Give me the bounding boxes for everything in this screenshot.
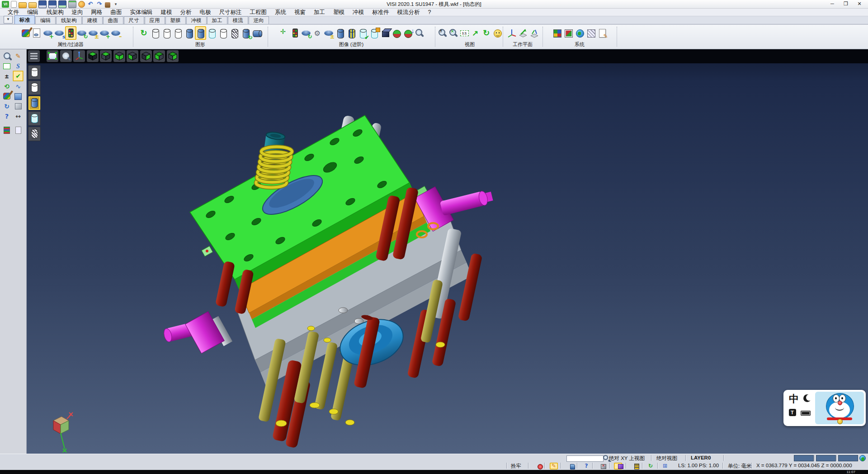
menu-item-system[interactable]: 系统 (271, 9, 290, 16)
sphere-arrow-icon[interactable] (402, 26, 414, 40)
zoom-in-out-icon[interactable] (437, 26, 448, 40)
menu-item-flow-analysis[interactable]: 模流分析 (393, 9, 424, 16)
zoom-plus-minus-icon[interactable]: ± (2, 71, 11, 81)
tab-edit[interactable]: 编辑 (35, 16, 56, 24)
window-blue-icon[interactable] (14, 92, 23, 101)
tab-dimension[interactable]: 尺寸 (124, 16, 144, 24)
cylinder-hidden-icon[interactable] (217, 26, 229, 40)
cylinder-shaded-icon[interactable] (184, 26, 195, 40)
grid-red-green-icon[interactable] (563, 26, 574, 40)
keyboard-icon[interactable] (801, 411, 811, 416)
cylinder-striped-icon[interactable] (346, 26, 357, 40)
search-icon[interactable] (601, 455, 609, 461)
tab-application[interactable]: 应用 (145, 16, 165, 24)
zoom-window-icon[interactable] (2, 62, 11, 71)
menu-item-modeling[interactable]: 建模 (157, 9, 176, 16)
view-reference-label[interactable]: 绝对 XY 上视图 (609, 455, 645, 462)
spline-pencil-icon[interactable]: S (14, 62, 23, 71)
zoom-filter-icon[interactable] (414, 26, 425, 40)
layer-indicator[interactable]: LAYER0 (691, 455, 711, 460)
cube-shaded-icon[interactable] (380, 26, 391, 40)
globe-system-icon[interactable] (574, 26, 585, 40)
tab-stamping[interactable]: 冲模 (186, 16, 207, 24)
cube-axes-icon[interactable]: ✕ (597, 463, 605, 469)
tool-icon[interactable] (789, 409, 796, 416)
page-eye-icon[interactable] (31, 26, 42, 40)
vector-arrow-icon[interactable] (470, 26, 481, 40)
color-swatch-2[interactable] (816, 455, 836, 461)
cylinder-horizontal-icon[interactable] (251, 26, 263, 40)
eye-refresh-icon[interactable] (76, 26, 88, 40)
search-input[interactable] (566, 455, 604, 462)
cylinder-wireframe-icon[interactable] (150, 26, 161, 40)
menu-item-analysis[interactable]: 分析 (176, 9, 196, 16)
select-move-icon[interactable] (278, 26, 289, 40)
menu-item-wireframe[interactable]: 线架构 (42, 9, 68, 16)
confirm-check-icon[interactable]: ✔ (14, 71, 23, 81)
refresh-view-icon[interactable] (138, 26, 150, 40)
menu-item-mold[interactable]: 塑模 (329, 9, 349, 16)
cylinder-transparent-icon[interactable] (206, 26, 217, 40)
menu-item-dimension[interactable]: 尺寸标注 (215, 9, 246, 16)
menu-item-drawing[interactable]: 工程图 (246, 9, 271, 16)
eye-plus-minus-icon[interactable] (88, 26, 99, 40)
erase-pencil-icon[interactable]: ✎ (14, 52, 23, 61)
menu-item-standard-parts[interactable]: 标准件 (368, 9, 393, 16)
workplane-align-icon[interactable] (528, 26, 540, 40)
graphics-viewport[interactable]: 中 (26, 49, 868, 454)
cube-gray-icon[interactable] (14, 102, 23, 111)
color-grid-icon[interactable] (552, 26, 563, 40)
record-red-icon[interactable] (533, 463, 542, 469)
cylinder-shaded-edges-icon[interactable] (195, 26, 206, 40)
menu-item-surface[interactable]: 曲面 (107, 9, 126, 16)
workplane-axis-icon[interactable] (506, 26, 517, 40)
tab-machining[interactable]: 加工 (207, 16, 227, 24)
eye-recycle-icon[interactable] (301, 26, 312, 40)
snap-pencil-icon[interactable]: ✎ (550, 463, 558, 469)
traffic-light-advanced-icon[interactable] (289, 26, 301, 40)
menu-item-edit[interactable]: 编辑 (23, 9, 42, 16)
menu-item-machining[interactable]: 加工 (310, 9, 329, 16)
color-swatch-3[interactable] (838, 455, 858, 461)
measure-distance-icon[interactable]: ↔ (14, 112, 23, 121)
workplane-move-icon[interactable] (517, 26, 528, 40)
eye-hide-icon[interactable] (110, 26, 122, 40)
cylinder-refresh-icon[interactable] (240, 26, 251, 40)
menu-item-window[interactable]: 视窗 (290, 9, 310, 16)
tab-surface[interactable]: 曲面 (103, 16, 123, 24)
moon-icon[interactable] (803, 394, 811, 402)
eye-show-icon[interactable] (99, 26, 110, 40)
rotate-view-icon[interactable] (481, 26, 491, 40)
sphere-dual-icon[interactable] (391, 26, 402, 40)
cylinder-ghost-icon[interactable] (172, 26, 184, 40)
view-orbit-icon[interactable]: ⟲ (2, 82, 11, 91)
tab-modeling[interactable]: 建模 (82, 16, 103, 24)
ink-fill-icon[interactable] (566, 463, 574, 469)
close-button[interactable]: ✕ (853, 0, 866, 8)
zoom-extents-icon[interactable] (448, 26, 458, 40)
ime-panel[interactable]: 中 (783, 390, 866, 426)
smiley-render-icon[interactable] (492, 26, 503, 40)
ime-language-indicator[interactable]: 中 (789, 393, 799, 404)
bookmark-colors-icon[interactable] (2, 126, 11, 135)
menu-item-solid-edit[interactable]: 实体编辑 (126, 9, 157, 16)
absolute-view-label[interactable]: 绝对视图 (656, 455, 677, 462)
cube-purple-icon[interactable] (614, 463, 622, 469)
tab-flow[interactable]: 模流 (228, 16, 248, 24)
tab-wireframe[interactable]: 线架构 (56, 16, 82, 24)
cylinder-hatched-icon[interactable] (229, 26, 240, 40)
rotate-refresh-icon[interactable]: ↻ (646, 463, 655, 469)
wrench-settings-icon[interactable] (312, 26, 323, 40)
list-levels-icon[interactable] (630, 463, 638, 469)
color-swatch-1[interactable] (794, 455, 814, 461)
menu-item-stamping[interactable]: 冲模 (349, 9, 368, 16)
freehand-curve-icon[interactable]: ∿ (14, 82, 23, 91)
menu-item-file[interactable]: 文件 (4, 9, 23, 16)
tab-reverse[interactable]: 逆向 (249, 16, 269, 24)
cylinder-check-icon[interactable] (357, 26, 368, 40)
maximize-button[interactable]: ❒ (839, 0, 853, 8)
eye-plus-minus-2-icon[interactable] (323, 26, 335, 40)
menu-item-reverse[interactable]: 逆向 (68, 9, 87, 16)
attribute-brush-side-icon[interactable] (2, 92, 11, 101)
help-question-icon[interactable]: ? (2, 112, 11, 121)
